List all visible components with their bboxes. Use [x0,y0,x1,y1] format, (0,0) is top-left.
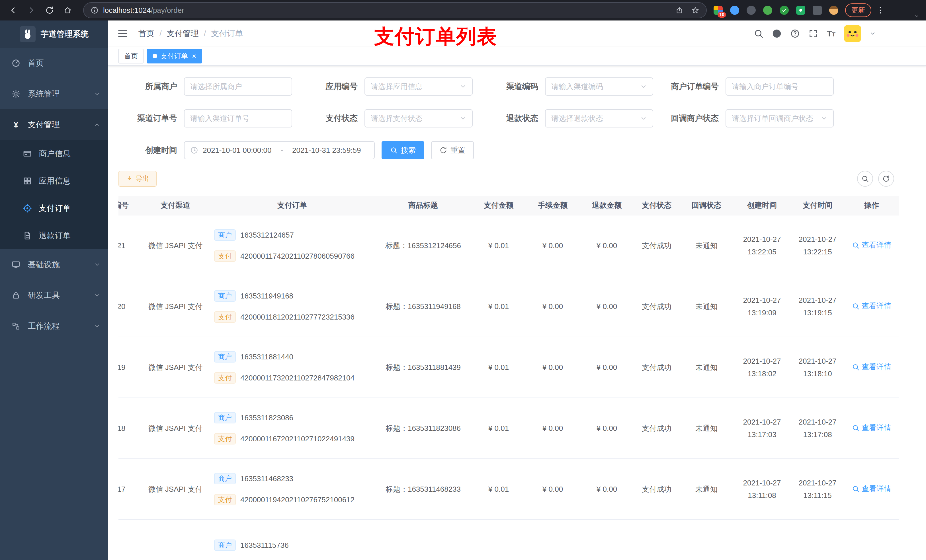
view-detail-link[interactable]: 查看详情 [852,362,891,372]
extension-icon-apps[interactable]: 10 [714,6,723,15]
sidebar-item-devtools[interactable]: 研发工具 [0,280,108,311]
tab-close-icon[interactable]: × [192,52,196,60]
browser-update-button[interactable]: 更新 [845,3,872,17]
sidebar-item-merchant-info[interactable]: 商户信息 [0,140,108,167]
table-row[interactable]: 19 微信 JSAPI 支付 商户 1635311881440 支付 42000… [118,337,899,398]
merchant-order-no-input[interactable]: 请输入商户订单编号 [726,77,834,96]
address-bar[interactable]: localhost:1024/pay/order [83,2,707,18]
sidebar-item-app-info[interactable]: 应用信息 [0,167,108,195]
browser-menu-icon[interactable] [876,6,885,15]
extension-icon-puzzle[interactable] [813,6,822,15]
tab-pay-order[interactable]: 支付订单 × [147,49,202,63]
cell-status: 支付成功 [634,276,679,337]
bookmark-star-icon[interactable] [691,6,699,14]
sidebar: 芋道管理系统 首页 系统管理 ¥ 支付管理 [0,21,108,560]
font-size-icon[interactable]: TT [827,29,835,38]
chevron-down-icon [640,83,647,90]
app-id-select[interactable]: 请选择应用信息 [365,77,473,96]
sidebar-item-refund-order[interactable]: 退款订单 [0,222,108,249]
breadcrumb-section: 支付管理 [167,28,199,39]
extension-icon-dark[interactable] [747,6,756,15]
cell-amount: ¥ 0.01 [472,337,526,398]
caret-down-icon[interactable] [870,30,876,37]
cell-id: 20 [118,276,141,337]
view-detail-link[interactable]: 查看详情 [852,240,891,250]
sidebar-item-payment[interactable]: ¥ 支付管理 [0,109,108,140]
create-time-range-input[interactable]: 2021-10-01 00:00:00 - 2021-10-31 23:59:5… [184,141,375,159]
cell-notify: 未通知 [679,215,734,276]
cell-create-time: 2021-10-27 13:19:09 [734,276,790,337]
col-action: 操作 [844,196,899,215]
help-icon[interactable] [790,29,800,38]
download-icon [126,175,133,182]
user-avatar[interactable] [844,25,861,42]
browser-chrome: localhost:1024/pay/order 10 更新 [0,0,926,21]
cell-refund: ¥ 0.00 [580,215,634,276]
cell-notify: 未通知 [679,398,734,459]
channel-code-select[interactable]: 请输入渠道编码 [545,77,653,96]
table-row[interactable]: 21 微信 JSAPI 支付 商户 1635312124657 支付 42000… [118,215,899,276]
table-row[interactable]: 18 微信 JSAPI 支付 商户 1635311823086 支付 42000… [118,398,899,459]
tags-view: 首页 支付订单 × [108,47,926,66]
refresh-table-button[interactable] [878,171,894,187]
browser-back-button[interactable] [6,3,21,18]
merchant-tag: 商户 [214,412,236,423]
sidebar-item-pay-order[interactable]: 支付订单 [0,195,108,222]
sidebar-item-workflow[interactable]: 工作流程 [0,311,108,341]
reset-button[interactable]: 重置 [431,141,474,159]
extension-icon-chat[interactable] [796,6,805,15]
view-detail-link[interactable]: 查看详情 [852,484,891,494]
extension-icon-green[interactable] [763,6,772,15]
sidebar-item-infrastructure[interactable]: 基础设施 [0,249,108,280]
cell-pay-time: 2021-10-27 13:22:15 [790,215,844,276]
view-detail-icon [852,302,859,310]
orders-table: 编号 支付渠道 支付订单 商品标题 支付金额 手续金额 退款金额 支付状态 回调… [118,196,899,560]
table-row[interactable]: 17 微信 JSAPI 支付 商户 1635311468233 支付 42000… [118,459,899,519]
merchant-order-no: 1635311468233 [240,474,293,483]
merchant-order-no: 163531115736 [240,541,289,550]
url-text: localhost:1024/pay/order [103,6,184,15]
cell-fee: ¥ 0.00 [526,337,580,398]
view-detail-link[interactable]: 查看详情 [852,301,891,311]
search-icon[interactable] [754,29,763,38]
search-icon [390,146,398,154]
browser-refresh-button[interactable] [42,3,57,18]
col-pay-time: 支付时间 [790,196,844,215]
tab-home[interactable]: 首页 [118,49,144,63]
hamburger-icon[interactable] [117,28,128,39]
table-row[interactable]: 20 微信 JSAPI 支付 商户 1635311949168 支付 42000… [118,276,899,337]
platform-tag: 支付 [214,372,236,383]
sidebar-item-system[interactable]: 系统管理 [0,78,108,109]
export-button[interactable]: 导出 [118,171,157,187]
chevron-down-icon[interactable] [914,14,919,19]
breadcrumb-home[interactable]: 首页 [138,28,154,39]
extension-icon-avatar[interactable] [829,6,838,15]
github-icon[interactable] [772,29,782,38]
filter-row-1: 所属商户 请选择所属商户 应用编号 请选择应用信息 渠道编码 请输入渠道编码 商… [118,77,916,96]
cell-title: 标题：1635311823086 [375,398,472,459]
fullscreen-icon[interactable] [808,29,818,38]
pay-status-select[interactable]: 请选择支付状态 [365,109,473,127]
cell-pay-time: 2021-10-27 13:17:08 [790,398,844,459]
search-button[interactable]: 搜索 [381,141,424,159]
share-icon[interactable] [675,6,683,14]
notify-status-select[interactable]: 请选择订单回调商户状态 [726,109,834,127]
browser-forward-button[interactable] [24,3,39,18]
cell-action: 查看详情 [844,459,899,519]
browser-home-button[interactable] [61,3,75,18]
merchant-select[interactable]: 请选择所属商户 [184,77,292,96]
cell-status: 支付成功 [634,215,679,276]
extension-icon-check[interactable] [780,6,789,15]
channel-order-no-input[interactable]: 请输入渠道订单号 [184,109,292,127]
view-detail-link[interactable]: 查看详情 [852,423,891,433]
info-icon [91,6,98,14]
refund-status-select[interactable]: 请选择退款状态 [545,109,653,127]
date-start: 2021-10-01 00:00:00 [203,146,271,155]
table-row[interactable]: 商户 163531115736 [118,519,899,560]
cell-action: 查看详情 [844,215,899,276]
sidebar-item-home[interactable]: 首页 [0,48,108,78]
search-toggle-button[interactable] [857,171,873,187]
cell-action [844,519,899,560]
extension-icon-drop[interactable] [730,6,739,15]
cell-create-time: 2021-10-27 13:22:05 [734,215,790,276]
